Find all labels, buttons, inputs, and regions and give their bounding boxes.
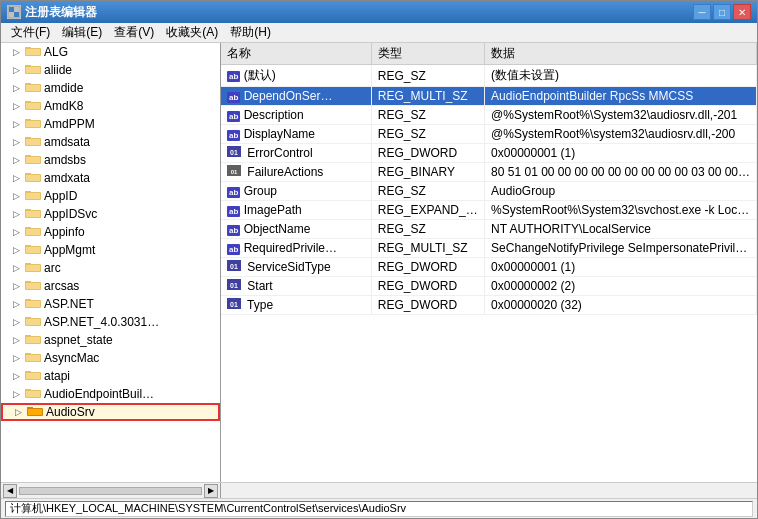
value-type: REG_SZ <box>371 182 484 201</box>
tree-expand-icon: ▷ <box>9 369 23 383</box>
tree-item[interactable]: ▷Appinfo <box>1 223 220 241</box>
value-name: ab ImagePath <box>221 201 371 220</box>
tree-item[interactable]: ▷arcsas <box>1 277 220 295</box>
tree-expand-icon: ▷ <box>9 243 23 257</box>
value-type: REG_MULTI_SZ <box>371 87 484 106</box>
tree-item-label: amdsata <box>44 135 90 149</box>
table-row[interactable]: ab DependOnSer…REG_MULTI_SZAudioEndpoint… <box>221 87 757 106</box>
tree-item-label: atapi <box>44 369 70 383</box>
folder-icon <box>25 81 41 96</box>
registry-values[interactable]: 名称 类型 数据 ab (默认)REG_SZ(数值未设置)ab DependOn… <box>221 43 757 482</box>
tree-expand-icon: ▷ <box>9 171 23 185</box>
tree-item-label: AppMgmt <box>44 243 95 257</box>
dword-icon: 01 <box>227 279 241 290</box>
tree-item-label: AmdPPM <box>44 117 95 131</box>
folder-icon <box>25 63 41 78</box>
value-name-text: DisplayName <box>240 127 315 141</box>
minimize-button[interactable]: ─ <box>693 4 711 20</box>
value-data: AudioGroup <box>485 182 757 201</box>
table-row[interactable]: 01 StartREG_DWORD0x00000002 (2) <box>221 277 757 296</box>
horizontal-scrollbar[interactable]: ◀ ▶ <box>1 483 221 498</box>
tree-item-label: AudioEndpointBuil… <box>44 387 154 401</box>
tree-item[interactable]: ▷AppID <box>1 187 220 205</box>
table-row[interactable]: ab DisplayNameREG_SZ@%SystemRoot%\system… <box>221 125 757 144</box>
col-header-data[interactable]: 数据 <box>485 43 757 65</box>
title-bar-left: 注册表编辑器 <box>7 4 97 21</box>
tree-item[interactable]: ▷AsyncMac <box>1 349 220 367</box>
tree-item[interactable]: ▷AmdPPM <box>1 115 220 133</box>
value-name: ab Description <box>221 106 371 125</box>
tree-item[interactable]: ▷atapi <box>1 367 220 385</box>
tree-item-label: ASP.NET <box>44 297 94 311</box>
tree-item[interactable]: ▷arc <box>1 259 220 277</box>
tree-item[interactable]: ▷ALG <box>1 43 220 61</box>
dword-icon: 01 <box>227 146 241 157</box>
tree-item[interactable]: ▷AmdK8 <box>1 97 220 115</box>
menu-view[interactable]: 查看(V) <box>108 22 160 43</box>
tree-item[interactable]: ▷amdxata <box>1 169 220 187</box>
menu-file[interactable]: 文件(F) <box>5 22 56 43</box>
svg-rect-62 <box>26 391 40 397</box>
value-name-text: Group <box>240 184 277 198</box>
menu-edit[interactable]: 编辑(E) <box>56 22 108 43</box>
svg-rect-35 <box>26 229 40 235</box>
svg-rect-53 <box>26 337 40 343</box>
scroll-right-btn[interactable]: ▶ <box>204 484 218 498</box>
svg-rect-56 <box>26 355 40 361</box>
tree-item[interactable]: ▷amdsata <box>1 133 220 151</box>
svg-rect-32 <box>26 211 40 217</box>
value-name-text: ObjectName <box>240 222 310 236</box>
tree-expand-icon: ▷ <box>9 189 23 203</box>
ab-icon: ab <box>227 130 240 141</box>
menu-favorites[interactable]: 收藏夹(A) <box>160 22 224 43</box>
folder-icon <box>25 333 41 348</box>
menu-help[interactable]: 帮助(H) <box>224 22 277 43</box>
folder-icon <box>25 279 41 294</box>
svg-rect-65 <box>28 409 42 415</box>
title-controls: ─ □ ✕ <box>693 4 751 20</box>
table-row[interactable]: ab ImagePathREG_EXPAND_SZ%SystemRoot%\Sy… <box>221 201 757 220</box>
tree-item[interactable]: ▷ASP.NET <box>1 295 220 313</box>
tree-item[interactable]: ▷AudioSrv <box>1 403 220 421</box>
table-row[interactable]: ab DescriptionREG_SZ@%SystemRoot%\System… <box>221 106 757 125</box>
col-header-name[interactable]: 名称 <box>221 43 371 65</box>
value-name: 01 Type <box>221 296 371 315</box>
svg-rect-23 <box>26 157 40 163</box>
table-row[interactable]: 01 FailureActionsREG_BINARY80 51 01 00 0… <box>221 163 757 182</box>
folder-icon <box>25 153 41 168</box>
value-name-text: Start <box>244 279 273 293</box>
window-title: 注册表编辑器 <box>25 4 97 21</box>
value-type: REG_BINARY <box>371 163 484 182</box>
tree-item-label: ALG <box>44 45 68 59</box>
table-row[interactable]: ab GroupREG_SZAudioGroup <box>221 182 757 201</box>
table-row[interactable]: ab ObjectNameREG_SZNT AUTHORITY\LocalSer… <box>221 220 757 239</box>
tree-expand-icon: ▷ <box>9 333 23 347</box>
tree-item[interactable]: ▷AudioEndpointBuil… <box>1 385 220 403</box>
table-row[interactable]: 01 ServiceSidTypeREG_DWORD0x00000001 (1) <box>221 258 757 277</box>
svg-rect-17 <box>26 121 40 127</box>
tree-expand-icon: ▷ <box>9 387 23 401</box>
table-row[interactable]: ab (默认)REG_SZ(数值未设置) <box>221 65 757 87</box>
tree-item[interactable]: ▷amdide <box>1 79 220 97</box>
svg-rect-38 <box>26 247 40 253</box>
tree-expand-icon: ▷ <box>9 225 23 239</box>
tree-item[interactable]: ▷AppIDSvc <box>1 205 220 223</box>
tree-item[interactable]: ▷aspnet_state <box>1 331 220 349</box>
status-path: 计算机\HKEY_LOCAL_MACHINE\SYSTEM\CurrentCon… <box>5 501 753 517</box>
tree-item[interactable]: ▷AppMgmt <box>1 241 220 259</box>
value-data: NT AUTHORITY\LocalService <box>485 220 757 239</box>
close-button[interactable]: ✕ <box>733 4 751 20</box>
table-row[interactable]: 01 TypeREG_DWORD0x00000020 (32) <box>221 296 757 315</box>
registry-tree[interactable]: ▷ALG▷aliide▷amdide▷AmdK8▷AmdPPM▷amdsata▷… <box>1 43 221 482</box>
maximize-button[interactable]: □ <box>713 4 731 20</box>
tree-item[interactable]: ▷amdsbs <box>1 151 220 169</box>
scroll-left-btn[interactable]: ◀ <box>3 484 17 498</box>
tree-item[interactable]: ▷ASP.NET_4.0.3031… <box>1 313 220 331</box>
scroll-track[interactable] <box>19 487 202 495</box>
tree-item[interactable]: ▷aliide <box>1 61 220 79</box>
table-row[interactable]: 01 ErrorControlREG_DWORD0x00000001 (1) <box>221 144 757 163</box>
col-header-type[interactable]: 类型 <box>371 43 484 65</box>
table-row[interactable]: ab RequiredPrivile…REG_MULTI_SZSeChangeN… <box>221 239 757 258</box>
tree-item-label: ASP.NET_4.0.3031… <box>44 315 159 329</box>
ab-icon: ab <box>227 244 240 255</box>
